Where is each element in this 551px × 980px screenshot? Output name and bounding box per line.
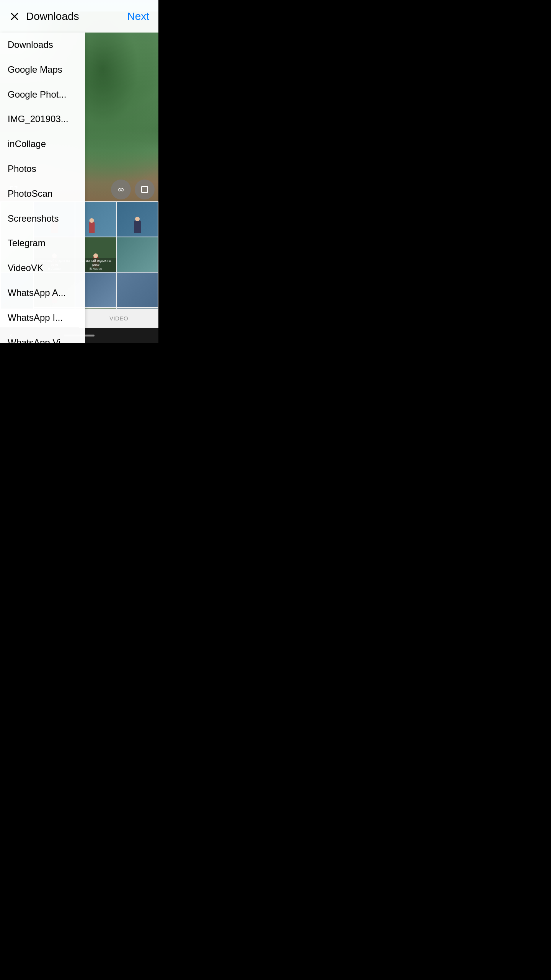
tab-video[interactable]: VIDEO bbox=[79, 309, 158, 328]
menu-item-screenshots[interactable]: Screenshots bbox=[0, 206, 85, 231]
infinity-button[interactable]: ∞ bbox=[111, 180, 131, 199]
menu-item-photos[interactable]: Photos bbox=[0, 157, 85, 181]
menu-item-whatsapp-a[interactable]: WhatsApp A... bbox=[0, 281, 85, 305]
menu-item-google-maps[interactable]: Google Maps bbox=[0, 57, 85, 82]
menu-item-whatsapp-vi[interactable]: WhatsApp Vi... bbox=[0, 330, 85, 343]
svg-rect-2 bbox=[142, 186, 148, 193]
infinity-icon: ∞ bbox=[118, 185, 124, 194]
menu-item-incollage[interactable]: inCollage bbox=[0, 132, 85, 157]
thumb-r2c4[interactable] bbox=[117, 237, 158, 272]
menu-item-downloads[interactable]: Downloads bbox=[0, 33, 85, 57]
crop-square-icon bbox=[140, 185, 149, 194]
folder-title: Downloads bbox=[26, 10, 124, 23]
close-button[interactable] bbox=[6, 8, 23, 25]
menu-item-videovk[interactable]: VideoVK bbox=[0, 256, 85, 281]
menu-item-img-20190[interactable]: IMG_201903... bbox=[0, 107, 85, 132]
folder-dropdown-menu: Downloads Google Maps Google Phot... IMG… bbox=[0, 33, 85, 343]
menu-item-whatsapp-i[interactable]: WhatsApp I... bbox=[0, 305, 85, 330]
menu-item-google-photos[interactable]: Google Phot... bbox=[0, 82, 85, 107]
crop-button[interactable] bbox=[135, 180, 155, 199]
close-icon bbox=[10, 12, 19, 21]
photo-action-buttons: ∞ bbox=[111, 180, 155, 199]
thumb-r1c4[interactable] bbox=[117, 202, 158, 237]
header: Downloads Next bbox=[0, 0, 158, 33]
next-button[interactable]: Next bbox=[124, 7, 152, 26]
menu-item-photoscan[interactable]: PhotoScan bbox=[0, 181, 85, 206]
menu-item-telegram[interactable]: Telegram bbox=[0, 231, 85, 256]
thumb-r3c4[interactable] bbox=[117, 273, 158, 307]
